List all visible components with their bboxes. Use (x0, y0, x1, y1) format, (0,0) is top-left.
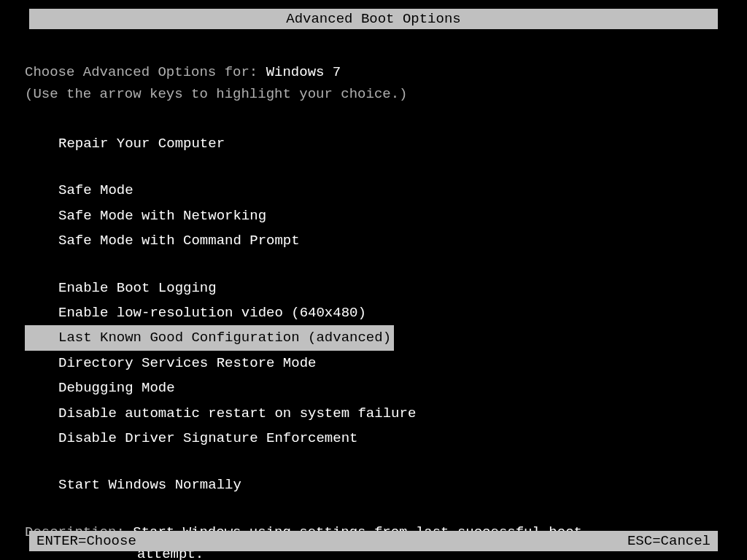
menu-item[interactable]: Disable automatic restart on system fail… (25, 401, 722, 426)
title-bar: Advanced Boot Options (29, 9, 718, 29)
menu-item[interactable]: Debugging Mode (25, 376, 722, 400)
menu-group: Repair Your Computer (25, 131, 722, 156)
menu-item[interactable]: Safe Mode with Command Prompt (25, 228, 722, 253)
hint-line: (Use the arrow keys to highlight your ch… (25, 86, 722, 102)
footer-bar: ENTER=Choose ESC=Cancel (29, 531, 718, 551)
page-title: Advanced Boot Options (286, 11, 460, 27)
menu-item[interactable]: Last Known Good Configuration (advanced) (25, 325, 394, 350)
footer-enter: ENTER=Choose (36, 533, 136, 549)
menu-item[interactable]: Start Windows Normally (25, 472, 722, 497)
menu-item[interactable]: Safe Mode (25, 178, 722, 203)
footer-esc: ESC=Cancel (627, 533, 711, 549)
prompt-prefix: Choose Advanced Options for: (25, 64, 266, 80)
menu-item[interactable]: Directory Services Restore Mode (25, 351, 722, 376)
prompt-line: Choose Advanced Options for: Windows 7 (25, 64, 722, 80)
content-area: Choose Advanced Options for: Windows 7 (… (0, 64, 747, 560)
boot-menu[interactable]: Repair Your ComputerSafe ModeSafe Mode w… (25, 131, 722, 498)
menu-item[interactable]: Disable Driver Signature Enforcement (25, 426, 722, 451)
menu-group: Safe ModeSafe Mode with NetworkingSafe M… (25, 178, 722, 253)
os-name: Windows 7 (266, 64, 341, 80)
menu-item[interactable]: Enable low-resolution video (640x480) (25, 300, 722, 325)
menu-item[interactable]: Safe Mode with Networking (25, 203, 722, 228)
menu-group: Enable Boot LoggingEnable low-resolution… (25, 276, 722, 451)
menu-item[interactable]: Enable Boot Logging (25, 276, 722, 300)
menu-group: Start Windows Normally (25, 472, 722, 497)
menu-item[interactable]: Repair Your Computer (25, 131, 722, 156)
